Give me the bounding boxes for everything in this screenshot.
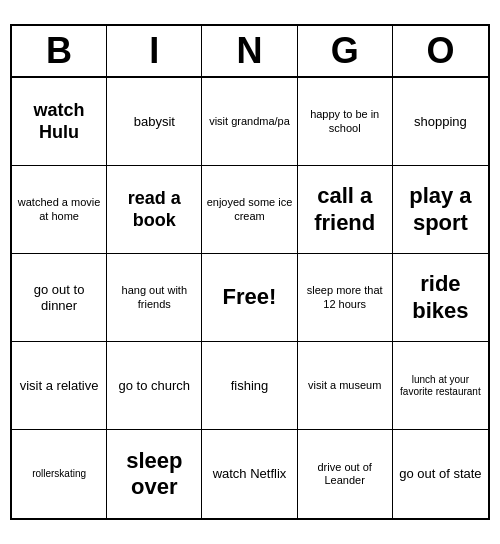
bingo-cell: babysit	[107, 78, 202, 166]
bingo-cell: call a friend	[298, 166, 393, 254]
header-letter: B	[12, 26, 107, 76]
bingo-cell: fishing	[202, 342, 297, 430]
bingo-cell: visit a relative	[12, 342, 107, 430]
bingo-cell: sleep more that 12 hours	[298, 254, 393, 342]
bingo-grid: watch Hulubabysitvisit grandma/pahappy t…	[12, 78, 488, 518]
bingo-cell: ride bikes	[393, 254, 488, 342]
bingo-cell: read a book	[107, 166, 202, 254]
bingo-cell: visit grandma/pa	[202, 78, 297, 166]
bingo-cell: lunch at your favorite restaurant	[393, 342, 488, 430]
header-letter: I	[107, 26, 202, 76]
header-letter: N	[202, 26, 297, 76]
bingo-cell: visit a museum	[298, 342, 393, 430]
bingo-cell: hang out with friends	[107, 254, 202, 342]
bingo-cell: go out to dinner	[12, 254, 107, 342]
bingo-card: BINGO watch Hulubabysitvisit grandma/pah…	[10, 24, 490, 520]
bingo-cell: go to church	[107, 342, 202, 430]
bingo-cell: go out of state	[393, 430, 488, 518]
bingo-header: BINGO	[12, 26, 488, 78]
bingo-cell: shopping	[393, 78, 488, 166]
bingo-cell: enjoyed some ice cream	[202, 166, 297, 254]
bingo-cell: sleep over	[107, 430, 202, 518]
bingo-cell: watch Hulu	[12, 78, 107, 166]
bingo-cell: watched a movie at home	[12, 166, 107, 254]
bingo-cell: Free!	[202, 254, 297, 342]
bingo-cell: happy to be in school	[298, 78, 393, 166]
bingo-cell: rollerskating	[12, 430, 107, 518]
bingo-cell: drive out of Leander	[298, 430, 393, 518]
bingo-cell: play a sport	[393, 166, 488, 254]
bingo-cell: watch Netflix	[202, 430, 297, 518]
header-letter: O	[393, 26, 488, 76]
header-letter: G	[298, 26, 393, 76]
